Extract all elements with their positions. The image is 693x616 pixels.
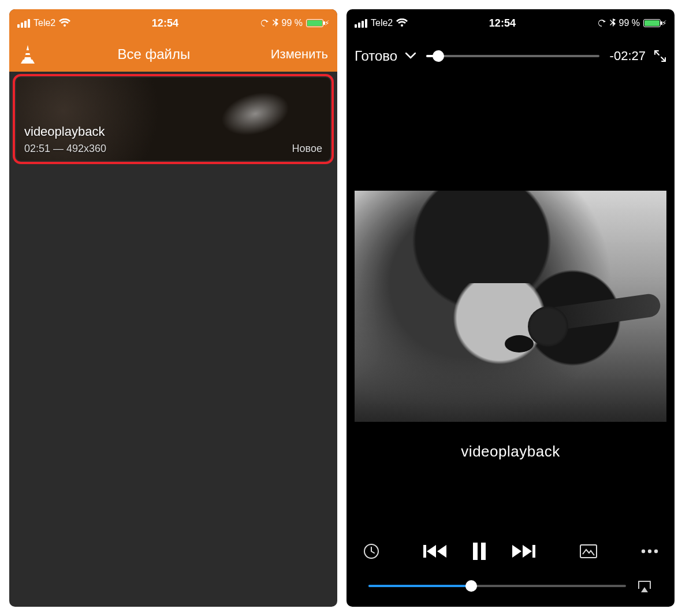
video-item-meta: 02:51 — 492x360 [24,143,106,155]
previous-button[interactable] [423,543,448,560]
highlight-outline: videoplayback 02:51 — 492x360 Новое [13,74,334,164]
aspect-ratio-icon[interactable] [579,544,598,559]
sync-icon [260,18,269,28]
playback-controls [346,542,675,561]
fullscreen-icon[interactable] [654,50,666,62]
svg-rect-9 [481,543,486,560]
page-title: Все файлы [37,46,271,62]
svg-marker-17 [641,587,648,592]
svg-marker-1 [25,50,30,53]
battery-icon: ⚡︎ [306,19,329,27]
edit-button[interactable]: Изменить [271,47,328,62]
status-bar: Tele2 12:54 99 % ⚡︎ [346,9,675,37]
carrier-label: Tele2 [371,18,393,28]
video-item-badge: Новое [292,143,322,155]
volume-row [346,579,675,593]
seek-slider[interactable] [426,55,599,57]
video-viewport[interactable]: videoplayback [346,75,675,461]
svg-point-15 [648,550,651,553]
clock-label: 12:54 [152,17,178,29]
svg-rect-12 [532,545,535,558]
battery-pct-label: 99 % [619,18,640,28]
nav-bar: Все файлы Изменить [9,37,337,72]
volume-slider[interactable] [368,585,626,587]
chevron-down-icon[interactable] [405,53,416,60]
svg-marker-3 [21,60,35,64]
file-list-screen: Tele2 12:54 99 % ⚡︎ [9,9,337,607]
svg-rect-8 [473,543,478,560]
svg-marker-7 [437,545,446,558]
next-button[interactable] [511,543,535,560]
svg-point-16 [654,550,658,553]
svg-rect-13 [580,545,597,558]
svg-rect-5 [423,545,426,558]
vlc-cone-icon[interactable] [18,44,37,65]
bluetooth-icon [610,18,616,28]
player-screen: Tele2 12:54 99 % ⚡︎ Готово [346,9,675,607]
player-top-bar: Готово -02:27 [346,37,675,75]
video-list-item[interactable]: videoplayback 02:51 — 492x360 Новое [16,77,330,161]
video-frame [355,191,666,422]
airplay-icon[interactable] [636,579,653,593]
svg-marker-10 [512,545,521,558]
pause-button[interactable] [472,542,487,561]
battery-pct-label: 99 % [282,18,303,28]
video-title: videoplayback [346,443,675,461]
status-bar: Tele2 12:54 99 % ⚡︎ [9,9,337,37]
svg-marker-2 [25,55,31,57]
wifi-icon [396,18,408,28]
more-icon[interactable] [641,549,658,554]
battery-icon: ⚡︎ [643,19,666,27]
history-icon[interactable] [363,543,380,560]
svg-marker-6 [427,545,436,558]
svg-point-14 [642,550,645,553]
time-remaining-label: -02:27 [610,49,646,64]
wifi-icon [59,18,70,28]
done-button[interactable]: Готово [355,48,397,64]
signal-icon [17,19,30,28]
svg-marker-11 [523,545,532,558]
sync-icon [597,18,606,28]
signal-icon [355,19,367,28]
carrier-label: Tele2 [33,18,55,28]
bluetooth-icon [273,18,278,28]
clock-label: 12:54 [489,17,516,29]
